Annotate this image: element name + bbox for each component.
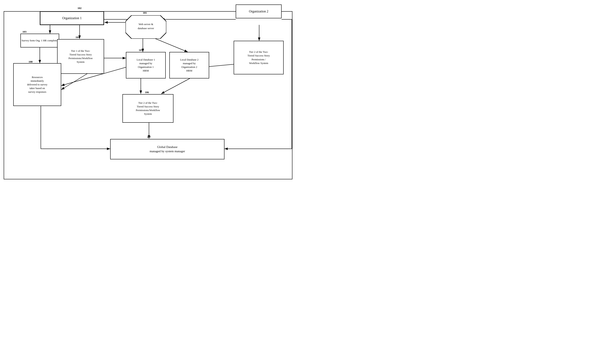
resources-box: Resourcesimmediatelydelivered to surveyt…: [13, 63, 61, 106]
svg-text:database server: database server: [138, 27, 154, 30]
local-db2-box: Local Database 2managed byOrganization 2…: [169, 52, 209, 78]
label-107: 107: [147, 136, 151, 139]
label-104: 104: [75, 36, 80, 39]
label-103: 103: [22, 30, 27, 33]
org2-box: Organization 2: [236, 5, 282, 18]
survey-form-box: Survey form Org. 1 HR completes: [20, 34, 59, 47]
label-102: 102: [78, 6, 82, 10]
label-105: 105: [139, 48, 143, 52]
label-106: 106: [145, 91, 149, 94]
global-db-box: Global Databasemanaged by system manager: [110, 139, 224, 159]
label-101: 101: [143, 11, 147, 14]
svg-text:Web server &: Web server &: [139, 23, 153, 26]
local-db1-box: Local Database 1managed byOrganization 1…: [126, 52, 166, 78]
tier2-center-box: Tier 2 of the Two-Tiered Success StoryPe…: [122, 94, 174, 123]
webserver-shape: Web server & database server: [126, 15, 166, 39]
org1-box: Organization 1: [40, 11, 104, 25]
label-108: 108: [29, 60, 33, 63]
diagram: 102 Organization 1 Organization 2 101 We…: [0, 0, 296, 182]
tier1-box: Tier 1 of the Two-Tiered Success StoryPe…: [57, 39, 104, 74]
tier2-right-box: Tier 2 of the Two-Tiered Success StoryPe…: [234, 41, 284, 74]
